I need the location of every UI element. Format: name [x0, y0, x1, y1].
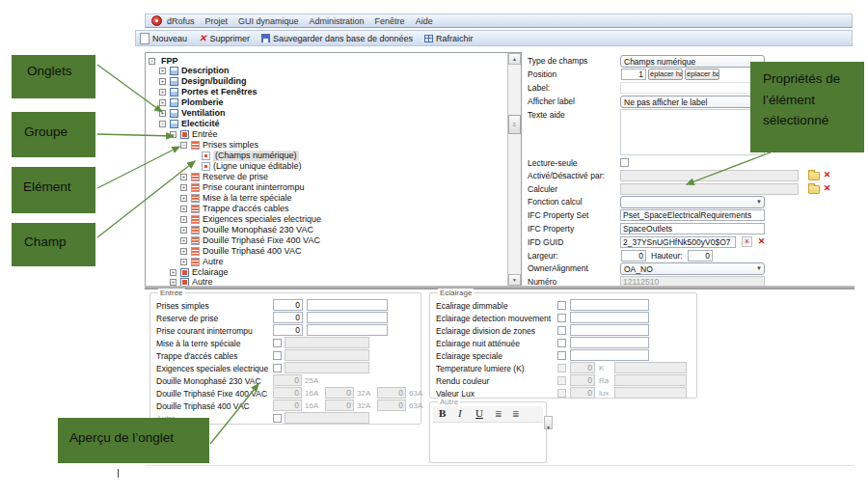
clear-x-icon[interactable]: ✕ [756, 236, 767, 247]
collapse-expander-icon[interactable]: − [170, 131, 176, 138]
delete-button[interactable]: ✕ Supprimer [199, 34, 250, 43]
checkbox[interactable] [273, 339, 282, 347]
menu-item-gui-dynamique[interactable]: GUI dynamique [238, 16, 299, 26]
expand-expander-icon[interactable]: + [159, 99, 166, 106]
expand-expander-icon[interactable]: + [159, 68, 166, 74]
scroll-thumb[interactable]: ≡ [508, 115, 521, 134]
tree-item[interactable]: +Exigences speciales electrique [146, 214, 507, 225]
bullet-list-icon[interactable]: ≣ [495, 410, 502, 419]
checkbox[interactable] [557, 314, 566, 322]
move-up-button[interactable]: éplacer ha [648, 69, 683, 80]
expand-expander-icon[interactable]: + [180, 216, 187, 223]
tree-item[interactable]: −Electicité [146, 119, 507, 129]
checkbox[interactable] [557, 376, 566, 385]
checkbox[interactable] [557, 351, 566, 360]
tree-scrollbar[interactable]: ▲ ≡ ▼ [507, 53, 521, 286]
expand-expander-icon[interactable]: + [159, 110, 166, 117]
tree-item[interactable]: +Douille Triphasé Fixe 400 VAC [146, 235, 507, 246]
number-input[interactable]: 0 [273, 299, 303, 311]
largeur-input[interactable]: 0 [621, 250, 646, 262]
collapse-expander-icon[interactable]: − [159, 121, 166, 127]
tree-item[interactable]: +Mise à la terre spéciale [146, 193, 507, 204]
browse-folder-icon[interactable] [808, 172, 820, 180]
scroll-up-button[interactable]: ▲ [508, 53, 521, 65]
save-to-database-button[interactable]: Sauvegarder dans base de données [261, 34, 413, 43]
text-input[interactable] [307, 324, 388, 336]
menu-item-aide[interactable]: Aide [416, 16, 433, 26]
text-input[interactable] [570, 349, 649, 361]
tree-item[interactable]: (Champs numérique) [146, 151, 507, 161]
checkbox[interactable] [273, 414, 282, 423]
refresh-button[interactable]: Rafraichir [424, 34, 474, 43]
text-input[interactable] [307, 299, 388, 311]
type-de-champs-select[interactable]: Champs numérique [620, 55, 765, 68]
new-button[interactable]: Nouveau [140, 33, 187, 44]
clear-x-icon[interactable]: ✕ [822, 170, 832, 180]
owner-alignment-select[interactable]: OA_NO▼ [620, 262, 765, 275]
hauteur-input[interactable]: 0 [688, 250, 713, 262]
number-input[interactable]: 0 [273, 324, 303, 336]
expand-expander-icon[interactable]: + [180, 248, 187, 255]
expand-expander-icon[interactable]: + [180, 195, 187, 202]
tree-item[interactable]: +Reserve de prise [146, 172, 507, 182]
tree-item[interactable]: +Trappe d'accés cables [146, 204, 507, 214]
expand-expander-icon[interactable]: + [180, 184, 187, 191]
clear-x-icon[interactable]: ✕ [822, 183, 832, 194]
text-input[interactable] [570, 337, 649, 348]
bold-button[interactable]: B [439, 407, 446, 419]
tree-item[interactable]: +Autre [146, 257, 507, 267]
tree-item[interactable]: −Entrée [146, 129, 507, 140]
tree-item[interactable]: +Douille Monophasé 230 VAC [146, 225, 507, 235]
ifd-guid-input[interactable]: 2_37YSnUGHfNk500yV0$O7 [620, 236, 736, 248]
menu-item-administration[interactable]: Administration [310, 16, 365, 26]
expand-expander-icon[interactable]: + [180, 259, 187, 265]
checkbox[interactable] [557, 364, 566, 372]
text-input[interactable] [570, 312, 649, 323]
scroll-down-button[interactable]: ▼ [508, 274, 521, 286]
expand-expander-icon[interactable]: + [159, 89, 166, 96]
tree-item[interactable]: +Eclairage [146, 267, 507, 278]
menu-item-projet[interactable]: Projet [205, 16, 229, 26]
tree-item[interactable]: +Ventilation [146, 108, 507, 119]
ifd-lookup-icon[interactable]: ✳ [742, 236, 752, 247]
menu-item-fenetre[interactable]: Fenêtre [375, 16, 405, 26]
browse-folder-icon[interactable] [808, 185, 820, 194]
italic-button[interactable]: I [458, 407, 462, 419]
texte-aide-textarea[interactable] [620, 109, 765, 155]
autre-textarea[interactable] [433, 423, 543, 461]
checkbox[interactable] [273, 364, 282, 372]
tree-item[interactable]: +Design/building [146, 76, 507, 87]
expand-expander-icon[interactable]: + [159, 78, 166, 85]
label-input[interactable] [620, 82, 765, 94]
editor-overflow-button[interactable]: ▼ [544, 416, 553, 429]
collapse-expander-icon[interactable]: − [149, 58, 155, 65]
checkbox[interactable] [557, 301, 566, 310]
checkbox[interactable] [273, 351, 282, 360]
checkbox[interactable] [557, 389, 566, 398]
fonction-calcul-select[interactable]: ▼ [620, 196, 765, 208]
calculer-input[interactable] [620, 183, 799, 195]
expand-expander-icon[interactable]: + [180, 174, 187, 180]
tree-item[interactable]: +Douille Triphasé 400 VAC [146, 246, 507, 257]
tree-item[interactable]: +Prise courant ininterrompu [146, 182, 507, 193]
text-input[interactable] [570, 324, 649, 336]
numbered-list-icon[interactable]: ≣ [512, 410, 520, 419]
tree-item[interactable]: +Portes et Fenêtres [146, 87, 507, 97]
checkbox[interactable] [557, 339, 566, 347]
ifc-property-set-input[interactable]: Pset_SpaceElectricalRequirements [620, 209, 765, 221]
move-down-button[interactable]: éplacer ba [685, 69, 719, 80]
menu-item-drofus[interactable]: dRofus [167, 16, 195, 26]
tree-item[interactable]: −FPP [146, 56, 507, 67]
ifc-property-input[interactable]: SpaceOutlets [620, 223, 765, 234]
tree-item[interactable]: +Plomberie [146, 97, 507, 108]
position-input[interactable]: 1 [621, 69, 646, 80]
underline-button[interactable]: U [475, 407, 483, 419]
tree-item[interactable]: +Description [146, 66, 507, 76]
expand-expander-icon[interactable]: + [180, 227, 187, 234]
checkbox[interactable] [557, 326, 566, 335]
lecture-seule-checkbox[interactable] [620, 158, 629, 167]
tree-item[interactable]: −Prises simples [146, 140, 507, 151]
tree-item[interactable]: (Ligne unique éditable) [146, 161, 507, 172]
active-desactive-input[interactable] [620, 170, 799, 181]
collapse-expander-icon[interactable]: − [180, 142, 187, 149]
